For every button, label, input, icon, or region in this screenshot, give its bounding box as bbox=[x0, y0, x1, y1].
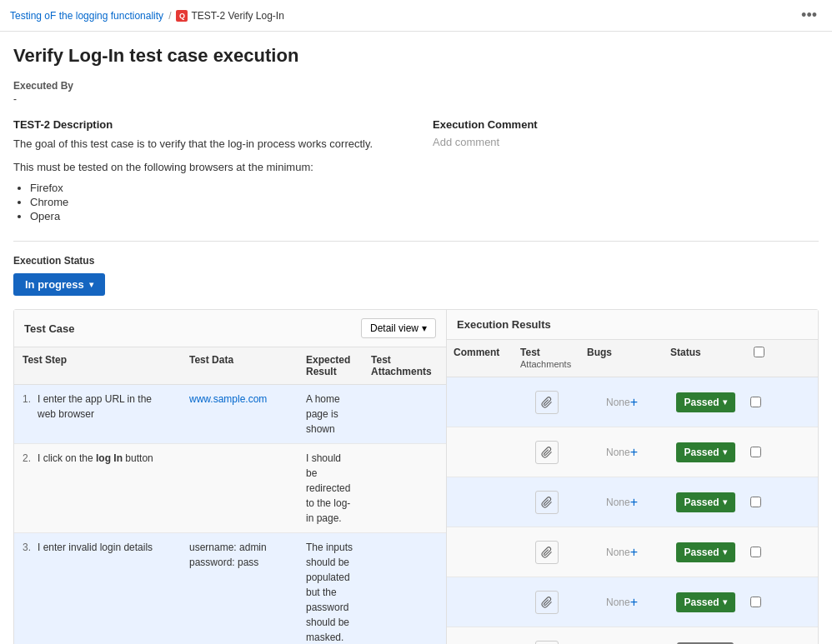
exec-td-bugs: None + bbox=[580, 588, 664, 617]
row-checkbox[interactable] bbox=[750, 547, 761, 557]
exec-td-comment bbox=[447, 546, 514, 559]
exec-td-comment bbox=[447, 596, 514, 609]
attach-icon-btn[interactable] bbox=[535, 591, 559, 614]
execution-comment-block: Execution Comment Add comment bbox=[433, 118, 819, 224]
step-text: I enter invalid login details bbox=[38, 540, 173, 644]
step-text: I enter the app URL in the web browser bbox=[38, 392, 173, 437]
step-text: I click on the log In button bbox=[38, 451, 173, 526]
paperclip-icon bbox=[541, 597, 553, 608]
exec-td-attach bbox=[514, 584, 580, 621]
in-progress-button[interactable]: In progress ▾ bbox=[13, 273, 105, 296]
exec-td-status: Passed ▾ bbox=[664, 386, 747, 419]
breadcrumb-parent[interactable]: Testing oF the logging functionality bbox=[10, 10, 163, 22]
table-row: 1. I enter the app URL in the web browse… bbox=[14, 385, 446, 444]
td-step: 2. I click on the log In button bbox=[14, 444, 181, 532]
add-bug-button[interactable]: + bbox=[630, 595, 638, 610]
browser-list: Firefox Chrome Opera bbox=[30, 182, 399, 222]
exec-td-bugs: None + bbox=[580, 638, 664, 645]
breadcrumb-current: TEST-2 Verify Log-In bbox=[176, 10, 283, 22]
table-row: 2. I click on the log In button I should… bbox=[14, 444, 446, 533]
td-data: username: adminpassword: pass bbox=[181, 533, 298, 644]
executed-by-label: Executed By bbox=[13, 80, 819, 92]
chevron-down-icon: ▾ bbox=[723, 497, 727, 507]
exec-td-checkbox bbox=[747, 490, 764, 514]
select-all-checkbox[interactable] bbox=[754, 347, 764, 357]
exec-td-status: Passed ▾ bbox=[664, 486, 747, 519]
description-text1: The goal of this test case is to verify … bbox=[13, 136, 399, 152]
chevron-down-icon: ▾ bbox=[422, 322, 427, 334]
none-label: None bbox=[606, 397, 630, 408]
page-title: Verify Log-In test case execution bbox=[13, 45, 819, 67]
add-bug-button[interactable]: + bbox=[630, 445, 638, 460]
row-checkbox[interactable] bbox=[750, 397, 761, 407]
attach-icon-btn[interactable] bbox=[535, 491, 559, 514]
sample-link[interactable]: www.sample.com bbox=[189, 393, 267, 405]
execution-comment-heading: Execution Comment bbox=[433, 118, 819, 131]
exec-td-bugs: None + bbox=[580, 488, 664, 517]
attach-icon-btn[interactable] bbox=[535, 391, 559, 414]
td-data bbox=[181, 444, 298, 532]
description-text2: This must be tested on the following bro… bbox=[13, 159, 399, 176]
td-step: 3. I enter invalid login details bbox=[14, 533, 181, 644]
td-expected: The inputs should be populated but the p… bbox=[298, 533, 363, 644]
none-label: None bbox=[606, 547, 630, 558]
description-heading: TEST-2 Description bbox=[13, 118, 399, 131]
row-checkbox[interactable] bbox=[750, 447, 761, 457]
execution-status-section: Execution Status In progress ▾ bbox=[13, 255, 819, 296]
exec-td-checkbox bbox=[747, 390, 764, 414]
td-attachments bbox=[363, 385, 446, 443]
paperclip-icon bbox=[541, 447, 553, 458]
divider bbox=[13, 241, 819, 242]
td-attachments bbox=[363, 533, 446, 644]
status-passed-button[interactable]: Passed ▾ bbox=[676, 542, 735, 562]
breadcrumb-separator: / bbox=[168, 10, 171, 22]
exec-td-attach bbox=[514, 384, 580, 421]
add-comment[interactable]: Add comment bbox=[433, 136, 819, 148]
exec-row: None + Passed ▾ bbox=[447, 377, 818, 427]
dots-menu-button[interactable]: ••• bbox=[796, 5, 822, 26]
exec-td-attach bbox=[514, 634, 580, 645]
exec-td-comment bbox=[447, 396, 514, 409]
top-bar: Testing oF the logging functionality / T… bbox=[0, 0, 832, 32]
th-test-data: Test Data bbox=[181, 347, 298, 384]
row-checkbox[interactable] bbox=[750, 597, 761, 607]
exec-th-comment: Comment bbox=[447, 340, 514, 377]
detail-view-button[interactable]: Detail view ▾ bbox=[361, 318, 436, 338]
exec-th-attachments: TestAttachments bbox=[514, 340, 580, 377]
exec-row: None + Passed ▾ bbox=[447, 527, 818, 577]
list-item: Firefox bbox=[30, 182, 399, 194]
executed-by-section: Executed By - bbox=[13, 80, 819, 105]
td-attachments bbox=[363, 444, 446, 532]
test-case-pane: Test Case Detail view ▾ Test Step Test D… bbox=[14, 310, 447, 644]
exec-td-status: Passed ▾ bbox=[664, 536, 747, 569]
attach-icon-btn[interactable] bbox=[535, 541, 559, 564]
exec-td-checkbox bbox=[747, 640, 764, 644]
step-num: 2. bbox=[23, 451, 38, 526]
chevron-down-icon: ▾ bbox=[723, 397, 727, 407]
paperclip-icon bbox=[541, 547, 553, 558]
in-progress-label: In progress bbox=[25, 278, 84, 291]
status-passed-button[interactable]: Passed ▾ bbox=[676, 592, 735, 612]
add-bug-button[interactable]: + bbox=[630, 495, 638, 510]
test-table-header: Test Step Test Data Expected Result Test… bbox=[14, 347, 446, 385]
list-item: Chrome bbox=[30, 196, 399, 208]
add-bug-button[interactable]: + bbox=[630, 395, 638, 410]
attach-icon-btn[interactable] bbox=[535, 641, 559, 645]
exec-td-checkbox bbox=[747, 590, 764, 614]
status-label: Passed bbox=[684, 497, 719, 508]
td-expected: I should be redirected to the log-in pag… bbox=[298, 444, 363, 532]
row-checkbox[interactable] bbox=[750, 497, 761, 507]
breadcrumb-current-label: TEST-2 Verify Log-In bbox=[191, 10, 283, 22]
status-passed-button[interactable]: Passed ▾ bbox=[676, 492, 735, 512]
status-passed-button[interactable]: Passed ▾ bbox=[676, 392, 735, 412]
td-data: www.sample.com bbox=[181, 385, 298, 443]
exec-td-status: Unex... ▾ bbox=[664, 636, 747, 645]
attach-icon-btn[interactable] bbox=[535, 441, 559, 464]
status-label: Passed bbox=[684, 547, 719, 558]
status-passed-button[interactable]: Passed ▾ bbox=[676, 442, 735, 462]
table-row: 3. I enter invalid login details usernam… bbox=[14, 533, 446, 644]
exec-th-check bbox=[747, 340, 764, 377]
add-bug-button[interactable]: + bbox=[630, 545, 638, 560]
none-label: None bbox=[606, 497, 630, 508]
exec-td-comment bbox=[447, 496, 514, 509]
